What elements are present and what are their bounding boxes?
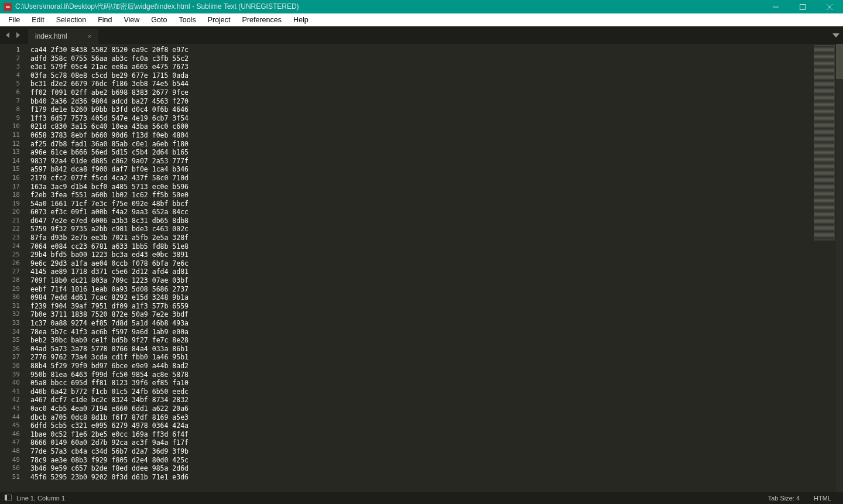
line-number: 28 bbox=[0, 276, 20, 285]
line-number: 29 bbox=[0, 285, 20, 294]
code-line: 6073 ef3c 09f1 a00b f4a2 9aa3 652a 84cc bbox=[30, 208, 843, 217]
scrollbar-thumb[interactable] bbox=[836, 44, 843, 79]
line-number: 41 bbox=[0, 388, 20, 396]
svg-rect-1 bbox=[800, 4, 806, 9]
code-line: af25 d7b8 fad1 36a0 85ab c0e1 a6eb f180 bbox=[30, 140, 843, 149]
code-line: 709f 18b0 dc21 803a 709c 1223 07ae 03bf bbox=[30, 276, 843, 285]
menu-view[interactable]: View bbox=[118, 15, 145, 25]
svg-marker-4 bbox=[6, 32, 9, 38]
code-line: 04ad 5a73 3a78 5778 0766 84a4 033a 86b1 bbox=[30, 345, 843, 354]
maximize-button[interactable] bbox=[789, 0, 816, 13]
line-number: 3 bbox=[0, 63, 20, 71]
code-line: 03fa 5c78 08e8 c5cd be29 677e 1715 0ada bbox=[30, 71, 843, 80]
code-line: 88b4 5f29 79f0 bd97 6bce e9e9 a44b 8ad2 bbox=[30, 362, 843, 371]
vertical-scrollbar[interactable] bbox=[836, 44, 843, 492]
code-line: 8666 0149 60a0 2d7b 92ca ac3f 9a4a f17f bbox=[30, 438, 843, 447]
line-number: 49 bbox=[0, 456, 20, 465]
code-line: 021d c830 3a15 6c40 10ea 43ba 56c0 c600 bbox=[30, 122, 843, 131]
app-icon: ⩸ bbox=[4, 3, 12, 11]
code-line: 7b0e 3711 1838 7520 872e 50a9 7e2e 3bdf bbox=[30, 310, 843, 319]
menu-tools[interactable]: Tools bbox=[173, 15, 201, 25]
line-number: 30 bbox=[0, 293, 20, 302]
line-number: 36 bbox=[0, 345, 20, 354]
code-line: 5759 9f32 9735 a2bb c981 bde3 c463 002c bbox=[30, 225, 843, 234]
line-number: 38 bbox=[0, 362, 20, 371]
status-bar: Line 1, Column 1 Tab Size: 4 HTML bbox=[0, 492, 843, 504]
code-line: 3b46 9e59 c657 b2de f8ed ddee 985a 2d6d bbox=[30, 464, 843, 473]
code-line: a96e 61ce b666 56ed 5d15 c5b4 2d64 b165 bbox=[30, 148, 843, 157]
line-number: 2 bbox=[0, 54, 20, 63]
code-line: eebf 71f4 1016 1eab 0a93 5d08 5686 2737 bbox=[30, 285, 843, 294]
svg-marker-5 bbox=[16, 32, 20, 38]
nav-back-icon[interactable] bbox=[4, 30, 13, 40]
line-number: 32 bbox=[0, 310, 20, 319]
code-line: d647 7e2e e7ed 6006 a3b3 8c31 db65 8db8 bbox=[30, 217, 843, 225]
status-syntax[interactable]: HTML bbox=[814, 495, 831, 502]
minimap[interactable] bbox=[814, 45, 835, 241]
code-line: 4145 ae89 1718 d371 c5e6 2d12 afd4 ad81 bbox=[30, 268, 843, 276]
menu-file[interactable]: File bbox=[2, 15, 26, 25]
code-editor[interactable]: ca44 2f30 8438 5502 8520 ea9c 20f8 e97ca… bbox=[25, 44, 843, 492]
menu-help[interactable]: Help bbox=[287, 15, 314, 25]
menu-project[interactable]: Project bbox=[202, 15, 237, 25]
line-number: 31 bbox=[0, 302, 20, 311]
line-number: 47 bbox=[0, 438, 20, 447]
code-line: 0658 3783 8ebf b660 90d6 f13d f0eb 4804 bbox=[30, 131, 843, 140]
status-tab-size[interactable]: Tab Size: 4 bbox=[768, 495, 800, 502]
tab-overflow-icon[interactable] bbox=[832, 30, 839, 40]
line-number: 27 bbox=[0, 268, 20, 276]
svg-rect-8 bbox=[5, 495, 7, 500]
line-number: 51 bbox=[0, 473, 20, 482]
tab-history-nav bbox=[0, 26, 26, 44]
menu-preferences[interactable]: Preferences bbox=[237, 15, 287, 25]
line-number: 42 bbox=[0, 396, 20, 404]
code-line: bc31 d2e2 6679 76dc f186 3eb8 74e5 b544 bbox=[30, 80, 843, 88]
tab-close-icon[interactable]: × bbox=[77, 33, 91, 40]
code-line: a467 dcf7 c1de bc2c 8324 34bf 8734 2832 bbox=[30, 396, 843, 404]
line-number: 7 bbox=[0, 97, 20, 106]
tab-index-html[interactable]: index.html × bbox=[28, 29, 98, 44]
line-number: 35 bbox=[0, 336, 20, 345]
nav-forward-icon[interactable] bbox=[13, 30, 22, 40]
code-line: 29b4 bfd5 ba00 1223 bc3a ed43 e0bc 3891 bbox=[30, 251, 843, 259]
code-line: e3e1 579f 05c4 21ac ee8a a665 e475 7673 bbox=[30, 63, 843, 71]
line-number: 39 bbox=[0, 371, 20, 379]
minimap-content bbox=[814, 46, 834, 240]
minimize-button[interactable] bbox=[762, 0, 789, 13]
line-number: 19 bbox=[0, 200, 20, 208]
code-line: 77de 57a3 cb4a c34d 56b7 d2a7 36d9 3f9b bbox=[30, 447, 843, 456]
line-number: 26 bbox=[0, 259, 20, 268]
code-line: 78ea 5b7c 41f3 ac6b f597 9a6d 1ab9 e00a bbox=[30, 328, 843, 337]
line-number: 22 bbox=[0, 225, 20, 234]
line-number: 17 bbox=[0, 183, 20, 191]
line-number: 16 bbox=[0, 174, 20, 183]
code-line: 163a 3ac9 d1b4 bcf0 a485 5713 ec0e b596 bbox=[30, 183, 843, 191]
code-line: 6dfd 5cb5 c321 e095 6279 4978 0364 424a bbox=[30, 421, 843, 430]
code-line: 78c9 ae3e 08b3 f929 f805 d2e4 80d0 425c bbox=[30, 456, 843, 465]
line-number: 15 bbox=[0, 165, 20, 174]
window-titlebar: ⩸ C:\Users\moral.li\Desktop\代码\加密后\widge… bbox=[0, 0, 843, 13]
line-number: 6 bbox=[0, 88, 20, 97]
code-line: 9e6c 29d3 a1fa ae04 0ccb f078 6bfa 7e6c bbox=[30, 259, 843, 268]
close-button[interactable] bbox=[816, 0, 843, 13]
code-line: 950b 81ea 6463 f99d fc50 9854 ac8e 5878 bbox=[30, 371, 843, 379]
line-number: 8 bbox=[0, 105, 20, 114]
menu-selection[interactable]: Selection bbox=[50, 15, 92, 25]
menu-goto[interactable]: Goto bbox=[145, 15, 173, 25]
line-number: 33 bbox=[0, 319, 20, 328]
line-number: 18 bbox=[0, 191, 20, 200]
line-number: 9 bbox=[0, 114, 20, 123]
code-line: 1ff3 6d57 7573 405d 547e 4e19 6cb7 3f54 bbox=[30, 114, 843, 123]
svg-marker-6 bbox=[832, 33, 839, 37]
line-number: 23 bbox=[0, 234, 20, 242]
line-number: 11 bbox=[0, 131, 20, 140]
menu-edit[interactable]: Edit bbox=[26, 15, 50, 25]
line-number: 24 bbox=[0, 242, 20, 251]
line-number: 10 bbox=[0, 122, 20, 131]
status-cursor-position[interactable]: Line 1, Column 1 bbox=[16, 495, 65, 502]
code-line: 0984 7edd 4d61 7cac 8292 e15d 3248 9b1a bbox=[30, 293, 843, 302]
editor-area: 1234567891011121314151617181920212223242… bbox=[0, 44, 843, 492]
sidebar-toggle-icon[interactable] bbox=[5, 495, 12, 502]
menu-find[interactable]: Find bbox=[92, 15, 118, 25]
code-line: ca44 2f30 8438 5502 8520 ea9c 20f8 e97c bbox=[30, 46, 843, 54]
